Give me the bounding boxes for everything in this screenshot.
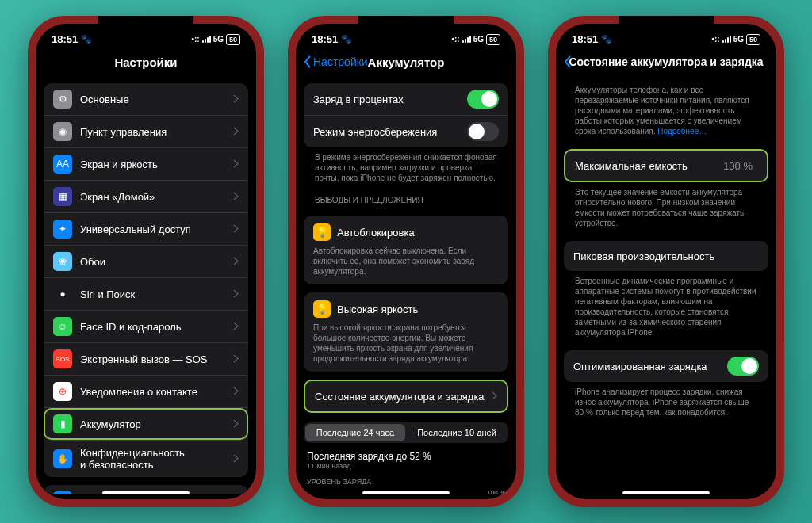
settings-row[interactable]: SOSЭкстренный вызов — SOS bbox=[44, 343, 248, 376]
row-icon: A bbox=[53, 491, 72, 494]
battery-icon: 50 bbox=[226, 34, 240, 45]
paw-icon: 🐾 bbox=[341, 34, 352, 44]
learn-more-link[interactable]: Подробнее… bbox=[657, 127, 707, 136]
row-low-power[interactable]: Режим энергосбережения bbox=[304, 116, 508, 147]
chevron-right-icon bbox=[492, 391, 497, 403]
row-icon: ☺ bbox=[53, 317, 72, 336]
suggestion-brightness[interactable]: 💡 Высокая яркость При высокой яркости эк… bbox=[304, 292, 508, 372]
row-max-capacity[interactable]: Максимальная емкость 100 % bbox=[565, 151, 767, 181]
chart-header: УРОВЕНЬ ЗАРЯДА bbox=[307, 478, 505, 486]
toggle-optimized[interactable] bbox=[727, 357, 759, 376]
footnote: В режиме энергосбережения снижается фоно… bbox=[304, 147, 508, 188]
row-label: Экстренный вызов — SOS bbox=[80, 353, 233, 365]
suggestion-autolock[interactable]: 💡 Автоблокировка Автоблокировка сейчас в… bbox=[304, 216, 508, 284]
signal-dots-icon: •:: bbox=[191, 35, 199, 44]
net-type: 5G bbox=[213, 35, 224, 44]
row-label: Уведомления о контакте bbox=[80, 386, 233, 398]
row-icon: ⊕ bbox=[53, 382, 72, 401]
chevron-right-icon bbox=[233, 418, 239, 430]
settings-row[interactable]: ●Siri и Поиск bbox=[44, 278, 248, 311]
row-battery-health[interactable]: Состояние аккумулятора и зарядка bbox=[305, 381, 507, 411]
seg-10d[interactable]: Последние 10 дней bbox=[407, 424, 507, 441]
settings-row[interactable]: ⚙Основные bbox=[44, 83, 248, 116]
settings-list[interactable]: ⚙Основные◉Пункт управленияAAЭкран и ярко… bbox=[36, 75, 256, 494]
home-indicator[interactable] bbox=[102, 491, 190, 494]
back-button[interactable] bbox=[564, 55, 572, 68]
phone-battery: 18:51 🐾 •:: 5G 50 Настройки Аккумулятор … bbox=[288, 16, 524, 507]
net-type: 5G bbox=[733, 35, 744, 44]
notch bbox=[358, 16, 454, 35]
settings-row[interactable]: ❀Обои bbox=[44, 246, 248, 278]
settings-row[interactable]: ▮Аккумулятор bbox=[44, 408, 248, 441]
signal-dots-icon: •:: bbox=[711, 35, 719, 44]
chevron-right-icon bbox=[233, 288, 239, 300]
chevron-right-icon bbox=[233, 453, 239, 465]
home-indicator[interactable] bbox=[362, 491, 450, 494]
settings-row[interactable]: ✋Конфиденциальностьи безопасность bbox=[44, 441, 248, 477]
settings-row[interactable]: ⊕Уведомления о контакте bbox=[44, 376, 248, 408]
row-peak-performance[interactable]: Пиковая производительность bbox=[564, 241, 768, 271]
chevron-right-icon bbox=[233, 191, 239, 203]
health-content[interactable]: Аккумуляторы телефона, как и все перезар… bbox=[556, 75, 776, 494]
last-charge-time: 11 мин назад bbox=[307, 462, 505, 470]
bulb-icon: 💡 bbox=[313, 223, 331, 241]
toggle-low-power[interactable] bbox=[467, 122, 499, 141]
chevron-right-icon bbox=[233, 126, 239, 138]
row-icon: ✦ bbox=[53, 220, 72, 239]
back-button[interactable]: Настройки bbox=[304, 55, 368, 68]
nav-header: Настройки Аккумулятор bbox=[296, 48, 516, 75]
row-icon: ▮ bbox=[53, 414, 72, 433]
net-type: 5G bbox=[473, 35, 484, 44]
chevron-right-icon bbox=[233, 94, 239, 105]
chevron-right-icon bbox=[233, 158, 239, 170]
signal-dots-icon: •:: bbox=[451, 35, 459, 44]
section-header: ВЫВОДЫ И ПРЕДЛОЖЕНИЯ bbox=[304, 188, 508, 208]
row-label: Пиковая производительность bbox=[573, 250, 759, 262]
notch bbox=[619, 16, 714, 35]
row-label: Основные bbox=[80, 94, 233, 105]
settings-row[interactable]: AAЭкран и яркость bbox=[44, 148, 248, 181]
settings-row[interactable]: ✦Универсальный доступ bbox=[44, 213, 248, 246]
toggle-percent[interactable] bbox=[467, 90, 499, 109]
chevron-left-icon bbox=[304, 55, 312, 68]
peak-note: Встроенные динамические программные и ап… bbox=[564, 271, 768, 342]
row-label: Конфиденциальность bbox=[80, 447, 233, 459]
page-title: Аккумулятор bbox=[368, 55, 445, 69]
status-time: 18:51 bbox=[52, 33, 78, 45]
home-indicator[interactable] bbox=[622, 491, 710, 494]
nav-header: Настройки bbox=[36, 48, 256, 75]
chevron-right-icon bbox=[233, 321, 239, 333]
phone-settings: 18:51 🐾 •:: 5G 50 Настройки ⚙Основные◉Пу… bbox=[28, 16, 264, 507]
capacity-value: 100 % bbox=[723, 160, 753, 172]
settings-row[interactable]: ☺Face ID и код-пароль bbox=[44, 311, 248, 343]
row-icon: ● bbox=[53, 284, 72, 303]
battery-icon: 50 bbox=[746, 34, 760, 45]
settings-row[interactable]: ▦Экран «Домой» bbox=[44, 181, 248, 213]
suggestion-desc: Автоблокировка сейчас выключена. Если вк… bbox=[313, 246, 499, 277]
segmented-control[interactable]: Последние 24 часа Последние 10 дней bbox=[304, 422, 508, 443]
row-label: Siri и Поиск bbox=[80, 288, 233, 300]
row-optimized-charging[interactable]: Оптимизированная зарядка bbox=[564, 350, 768, 382]
row-icon: SOS bbox=[53, 349, 72, 368]
signal-bars-icon bbox=[202, 36, 211, 43]
suggestion-title: Автоблокировка bbox=[337, 227, 415, 239]
status-time: 18:51 bbox=[572, 33, 598, 45]
battery-content[interactable]: Заряд в процентах Режим энергосбережения… bbox=[296, 75, 516, 494]
row-label: Обои bbox=[80, 256, 233, 268]
seg-24h[interactable]: Последние 24 часа bbox=[305, 424, 405, 441]
capacity-note: Это текущее значение емкости аккумулятор… bbox=[564, 182, 768, 233]
paw-icon: 🐾 bbox=[601, 34, 612, 44]
row-label: Аккумулятор bbox=[80, 418, 233, 430]
notch bbox=[98, 16, 193, 35]
chevron-right-icon bbox=[233, 353, 239, 365]
bulb-icon: 💡 bbox=[313, 300, 331, 318]
settings-row[interactable]: ◉Пункт управления bbox=[44, 116, 248, 148]
row-icon: ▦ bbox=[53, 187, 72, 206]
intro-text: Аккумуляторы телефона, как и все перезар… bbox=[564, 80, 768, 141]
suggestion-desc: При высокой яркости экрана потребуется б… bbox=[313, 323, 499, 364]
row-label: Оптимизированная зарядка bbox=[573, 361, 727, 372]
status-time: 18:51 bbox=[312, 33, 338, 45]
chevron-right-icon bbox=[233, 223, 239, 235]
row-battery-percent[interactable]: Заряд в процентах bbox=[304, 83, 508, 116]
chevron-right-icon bbox=[233, 386, 239, 398]
